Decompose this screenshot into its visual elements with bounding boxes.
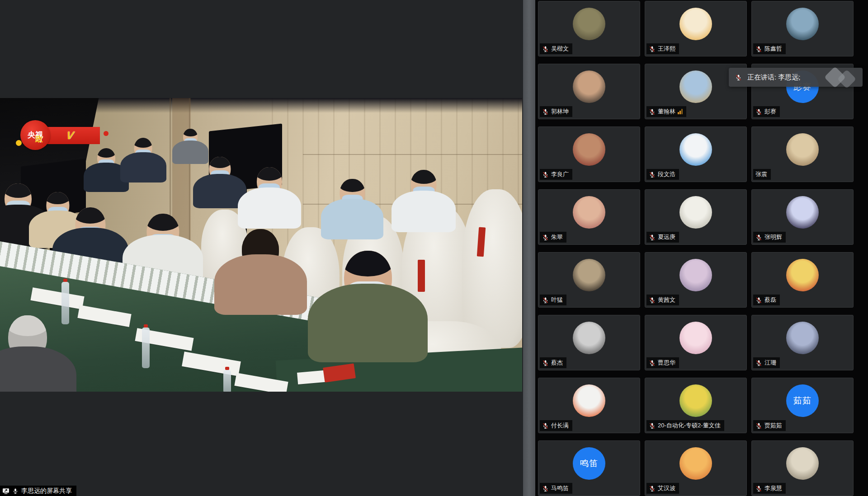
participant-name: 马鸣笛 [551,484,569,492]
participant-nameplate: 夏远庚 [646,232,679,243]
avatar [786,259,819,291]
participant-nameplate: 张明辉 [753,232,786,243]
avatar [786,8,819,40]
participant-name: 艾汉波 [658,484,675,492]
water-bottle [223,367,231,392]
participant-tile[interactable]: 艾汉波 [645,440,747,496]
participant-tile[interactable]: 鸣笛 马鸣笛 [538,440,640,496]
participant-tile[interactable]: 郭林坤 [538,64,640,119]
panel-divider[interactable] [523,0,535,496]
mic-muted-icon [755,360,762,366]
mic-on-icon [12,488,19,494]
participant-nameplate: 贾茹茹 [753,420,786,431]
participant-nameplate: 叶猛 [540,295,566,305]
speaking-toast-text: 正在讲话: 李思远; [747,73,801,82]
participant-name: 李良广 [551,170,569,178]
mic-muted-icon [649,234,656,241]
screen-share-text: 李思远的屏幕共享 [21,487,72,495]
mic-muted-icon [755,234,762,241]
avatar [573,384,605,417]
avatar [679,70,712,103]
avatar [679,196,712,229]
participant-nameplate: 李泉慧 [753,483,786,494]
participant-tile[interactable]: 段文浩 [645,126,747,182]
participant-tile[interactable]: 吴楷文 [538,1,640,56]
screen-share-label: 李思远的屏幕共享 [0,486,76,496]
avatar [679,259,712,291]
participant-nameplate: 艾汉波 [646,483,679,494]
participant-tile[interactable]: 朱翠 [538,189,640,245]
avatar [573,8,605,40]
participant-tile[interactable]: 张明辉 [751,189,854,245]
participant-name: 吴楷文 [551,45,569,53]
mic-muted-icon [649,108,656,115]
yellow-dot [16,140,22,146]
avatar [573,196,605,229]
mic-muted-icon [542,234,549,241]
shared-screen-area: V 央视 时政 李思远的屏幕共享 [0,0,523,496]
participant-name: 夏远庚 [658,233,675,241]
participant-name: 江珊 [764,359,776,367]
audience-person [321,179,383,239]
participant-name: 蔡杰 [551,359,563,367]
participant-name: 20-自动化-专硕2-董文佳 [658,421,721,430]
participant-nameplate: 董翰林 [646,106,686,117]
cctv-shizheng-logo: V 央视 时政 [17,120,121,153]
avatar [786,196,819,229]
mic-muted-icon [755,46,762,52]
participant-name: 陈鑫哲 [764,45,782,53]
participant-tile[interactable]: 王泽熙 [645,1,747,56]
participant-tile[interactable]: 蔡杰 [538,315,640,370]
participant-tile[interactable]: 茹茹 贾茹茹 [751,378,854,433]
participant-nameplate: 黄茜文 [646,295,679,305]
shared-screen-video: V 央视 时政 [0,98,522,392]
participant-tile[interactable]: 陈鑫哲 [751,1,854,56]
mic-muted-icon [755,108,762,115]
mic-muted-icon [735,74,742,81]
signal-bars-icon [678,109,683,114]
participant-nameplate: 马鸣笛 [540,483,572,494]
participant-tile[interactable]: 黄茜文 [645,252,747,308]
audience-person [214,225,307,315]
mic-muted-icon [542,422,549,429]
participant-tile[interactable]: 李良广 [538,126,640,182]
participant-nameplate: 曹思华 [646,357,679,368]
mic-muted-icon [542,297,549,304]
mic-muted-icon [649,46,656,52]
participant-tile[interactable]: 20-自动化-专硕2-董文佳 [645,378,747,433]
participant-name: 黄茜文 [658,296,675,304]
water-bottle [142,324,150,369]
participant-nameplate: 张震 [753,169,771,180]
avatar [679,384,712,417]
participant-name: 王泽熙 [658,45,675,53]
mic-muted-icon [755,297,762,304]
participant-tile[interactable]: 江珊 [751,315,854,370]
participant-nameplate: 蔡杰 [540,357,566,368]
avatar [786,322,819,354]
participant-nameplate: 彭赛 [753,106,780,117]
participant-name: 张震 [755,170,767,178]
avatar [573,70,605,103]
participant-name: 段文浩 [658,170,675,178]
participant-tile[interactable]: 蔡磊 [751,252,854,308]
avatar: 鸣笛 [573,447,605,480]
avatar [573,259,605,291]
speaking-toast: 正在讲话: 李思远; [729,68,863,87]
participant-nameplate: 李良广 [540,169,572,180]
participant-tile[interactable]: 叶猛 [538,252,640,308]
mic-muted-icon [755,485,762,492]
mic-muted-icon [542,46,549,52]
participant-nameplate: 吴楷文 [540,43,572,54]
red-dot [104,131,108,136]
avatar [679,133,712,166]
participant-tile[interactable]: 曹思华 [645,315,747,370]
participant-nameplate: 蔡磊 [753,295,780,305]
participant-tile[interactable]: 付长满 [538,378,640,433]
participant-name: 郭林坤 [551,108,569,116]
participant-tile[interactable]: 夏远庚 [645,189,747,245]
participant-nameplate: 段文浩 [646,169,679,180]
participant-nameplate: 江珊 [753,357,780,368]
participant-name: 董翰林 [658,108,675,116]
participant-tile[interactable]: 李泉慧 [751,440,854,496]
participant-tile[interactable]: 张震 [751,126,854,182]
